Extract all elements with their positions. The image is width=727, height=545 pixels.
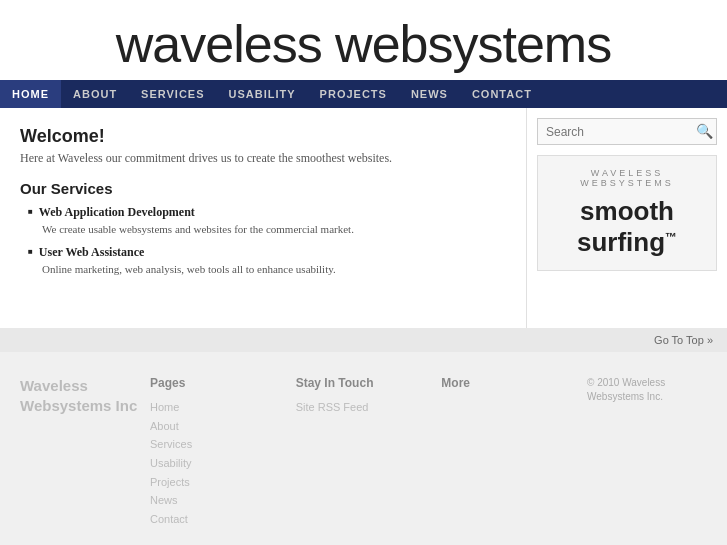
footer-logo: Waveless Websystems Inc [20, 376, 150, 529]
footer-link-usability[interactable]: Usability [150, 454, 286, 473]
footer-link-home[interactable]: Home [150, 398, 286, 417]
footer-touch-heading: Stay In Touch [296, 376, 432, 390]
nav-about[interactable]: ABOUT [61, 80, 129, 108]
service-item-1: Web Application Development We create us… [20, 205, 506, 235]
footer-pages-heading: Pages [150, 376, 286, 390]
welcome-text: Here at Waveless our commitment drives u… [20, 151, 506, 166]
service-desc-2: Online marketing, web analysis, web tool… [28, 263, 506, 275]
footer-logo-text: Waveless Websystems Inc [20, 376, 140, 415]
search-box[interactable]: 🔍 [537, 118, 717, 145]
nav-news[interactable]: NEWS [399, 80, 460, 108]
footer-link-about[interactable]: About [150, 417, 286, 436]
welcome-heading: Welcome! [20, 126, 506, 147]
footer-pages-col: Pages Home About Services Usability Proj… [150, 376, 296, 529]
footer-link-news[interactable]: News [150, 491, 286, 510]
search-input[interactable] [546, 125, 696, 139]
footer-copyright: © 2010 Waveless Websystems Inc. [587, 376, 707, 529]
nav-usability[interactable]: USABILITY [217, 80, 308, 108]
footer-more-col: More [441, 376, 587, 529]
nav-services[interactable]: SERVICES [129, 80, 216, 108]
footer-more-heading: More [441, 376, 577, 390]
ad-brand: WAVELESS WEBSYSTEMS [550, 168, 704, 188]
ad-banner: WAVELESS WEBSYSTEMS smooth surfing™ [537, 155, 717, 271]
services-heading: Our Services [20, 180, 506, 197]
footer-link-services[interactable]: Services [150, 435, 286, 454]
footer-link-projects[interactable]: Projects [150, 473, 286, 492]
main-nav: HOME ABOUT SERVICES USABILITY PROJECTS N… [0, 80, 727, 108]
nav-projects[interactable]: PROJECTS [308, 80, 399, 108]
header: waveless websystems [0, 0, 727, 80]
service-item-2: User Web Assistance Online marketing, we… [20, 245, 506, 275]
nav-home[interactable]: HOME [0, 80, 61, 108]
main-content: Welcome! Here at Waveless our commitment… [0, 108, 527, 328]
nav-contact[interactable]: CONTACT [460, 80, 544, 108]
main-wrapper: Welcome! Here at Waveless our commitment… [0, 108, 727, 328]
service-title-1: Web Application Development [28, 205, 506, 220]
footer-rss-link[interactable]: Site RSS Feed [296, 398, 432, 417]
site-logo: waveless websystems [0, 18, 727, 70]
footer-touch-col: Stay In Touch Site RSS Feed [296, 376, 442, 529]
ad-slogan: smooth surfing™ [550, 196, 704, 258]
service-title-2: User Web Assistance [28, 245, 506, 260]
service-desc-1: We create usable websystems and websites… [28, 223, 506, 235]
footer-link-contact[interactable]: Contact [150, 510, 286, 529]
sidebar: 🔍 WAVELESS WEBSYSTEMS smooth surfing™ [527, 108, 727, 328]
search-icon: 🔍 [696, 123, 713, 140]
go-to-top-bar[interactable]: Go To Top » [0, 328, 727, 352]
footer: Waveless Websystems Inc Pages Home About… [0, 352, 727, 545]
